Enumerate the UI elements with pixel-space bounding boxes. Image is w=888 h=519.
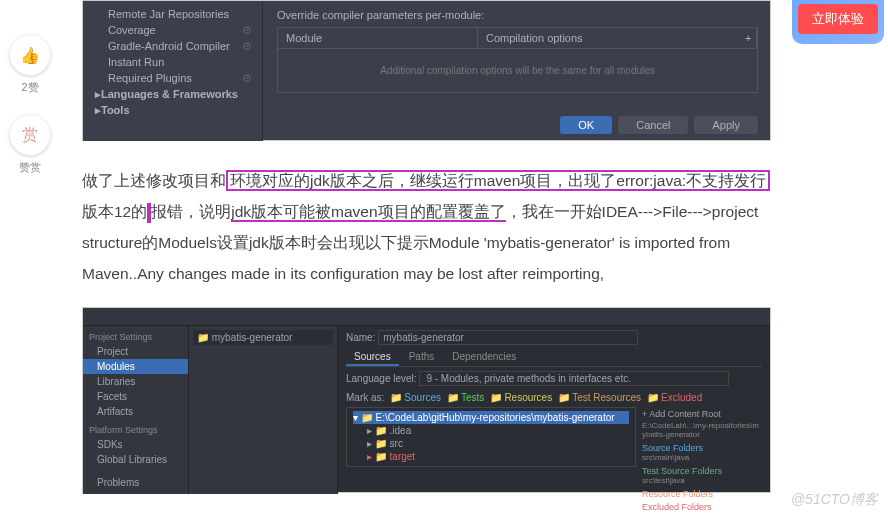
test-source-label: Test Source Folders: [642, 466, 762, 476]
tree-item: Coverage⚙: [83, 22, 262, 38]
tree-item-languages: Languages & Frameworks: [83, 86, 262, 102]
content-root-path: E:\CodeLab\...\my-repositories\mybatis-g…: [642, 421, 762, 439]
sidebar-item-modules: Modules: [83, 359, 188, 374]
cta-button[interactable]: 立即体验: [798, 4, 878, 34]
compile-header: Compilation options: [478, 28, 737, 48]
gear-icon: ⚙: [242, 72, 252, 85]
article-content: Remote Jar Repositories Coverage⚙ Gradle…: [82, 0, 772, 493]
tree-item-tools: Tools: [83, 102, 262, 118]
screenshot-project-structure: Project Settings Project Modules Librari…: [82, 307, 771, 493]
left-actions: 👍 2赞 赏 赞赏: [5, 35, 55, 195]
mark-excluded[interactable]: 📁Excluded: [647, 392, 702, 403]
reward-button[interactable]: 赏: [10, 115, 50, 155]
sidebar-item: Global Libraries: [83, 452, 188, 467]
dialog-buttons: OK Cancel Apply: [560, 116, 758, 134]
cta-banner: 立即体验: [792, 0, 884, 44]
ok-button[interactable]: OK: [560, 116, 612, 134]
tree-item: Remote Jar Repositories: [83, 6, 262, 22]
tree-folder: ▸ 📁 src: [353, 437, 629, 450]
highlight-box: 环境对应的jdk版本之后，继续运行maven项目，出现了error:java:不…: [226, 170, 770, 191]
module-empty-msg: Additional compilation options will be t…: [278, 49, 757, 92]
content-row: ▾ 📁 E:\CodeLab\gitHub\my-repositories\my…: [346, 407, 762, 512]
cancel-button[interactable]: Cancel: [618, 116, 688, 134]
tab-paths[interactable]: Paths: [401, 349, 443, 366]
tab-dependencies[interactable]: Dependencies: [444, 349, 524, 366]
resource-folders-label: Resource Folders: [642, 489, 762, 499]
language-level-row: Language level: 9 - Modules, private met…: [346, 371, 762, 386]
tree-folder: ▸ 📁 target: [353, 450, 629, 463]
content-roots-panel: + Add Content Root E:\CodeLab\...\my-rep…: [642, 407, 762, 512]
add-module-button[interactable]: +: [737, 28, 757, 48]
like-count: 2赞: [5, 80, 55, 95]
thumbs-up-icon: 👍: [20, 46, 40, 65]
mark-resources[interactable]: 📁Resources: [490, 392, 552, 403]
mark-sources[interactable]: 📁Sources: [390, 392, 441, 403]
project-settings-sidebar: Project Settings Project Modules Librari…: [83, 326, 188, 494]
tree-item: Required Plugins⚙: [83, 70, 262, 86]
section-header: Project Settings: [83, 330, 188, 344]
gear-icon: ⚙: [242, 40, 252, 53]
name-row: Name:: [346, 330, 762, 345]
sidebar-item: Project: [83, 344, 188, 359]
excluded-folders-label: Excluded Folders: [642, 502, 762, 512]
folder-icon: 📁: [197, 332, 209, 343]
tree-item: Gradle-Android Compiler⚙: [83, 38, 262, 54]
breadcrumb-bar: [83, 308, 770, 326]
compiler-panel: Override compiler parameters per-module:…: [265, 1, 770, 101]
watermark: @51CTO博客: [791, 491, 878, 509]
tree-folder: ▸ 📁 .idea: [353, 424, 629, 437]
mark-test-resources[interactable]: 📁Test Resources: [558, 392, 641, 403]
module-header: Module: [278, 28, 478, 48]
section-header: Platform Settings: [83, 423, 188, 437]
folder-tree: ▾ 📁 E:\CodeLab\gitHub\my-repositories\my…: [346, 407, 636, 467]
reward-icon: 赏: [22, 125, 38, 146]
module-name-input[interactable]: [378, 330, 638, 345]
screenshot-compiler-settings: Remote Jar Repositories Coverage⚙ Gradle…: [82, 0, 771, 141]
module-table: Module Compilation options + Additional …: [277, 27, 758, 93]
sidebar-item: SDKs: [83, 437, 188, 452]
article-paragraph: 做了上述修改项目和环境对应的jdk版本之后，继续运行maven项目，出现了err…: [82, 165, 772, 289]
tree-root: ▾ 📁 E:\CodeLab\gitHub\my-repositories\my…: [353, 411, 629, 424]
tree-item: Instant Run: [83, 54, 262, 70]
mark-tests[interactable]: 📁Tests: [447, 392, 484, 403]
sidebar-item: Problems: [83, 475, 188, 490]
add-content-root[interactable]: + Add Content Root: [642, 407, 762, 421]
module-tabs: Sources Paths Dependencies: [346, 349, 762, 367]
source-folders-label: Source Folders: [642, 443, 762, 453]
underline-text: jdk版本可能被maven项目的配置覆盖了: [231, 203, 505, 222]
language-level-select[interactable]: 9 - Modules, private methods in interfac…: [419, 371, 729, 386]
sidebar-item: Facets: [83, 389, 188, 404]
tab-sources[interactable]: Sources: [346, 349, 399, 366]
apply-button[interactable]: Apply: [694, 116, 758, 134]
sidebar-item: Artifacts: [83, 404, 188, 419]
gear-icon: ⚙: [242, 24, 252, 37]
override-label: Override compiler parameters per-module:: [277, 9, 758, 21]
like-button[interactable]: 👍: [10, 35, 50, 75]
module-item: 📁 mybatis-generator: [193, 330, 333, 345]
settings-tree: Remote Jar Repositories Coverage⚙ Gradle…: [83, 1, 263, 141]
sidebar-item: Libraries: [83, 374, 188, 389]
module-list: 📁 mybatis-generator: [188, 326, 338, 494]
module-config: Name: Sources Paths Dependencies Languag…: [338, 326, 770, 494]
reward-label: 赞赏: [5, 160, 55, 175]
mark-as-row: Mark as: 📁Sources 📁Tests 📁Resources 📁Tes…: [346, 392, 762, 403]
